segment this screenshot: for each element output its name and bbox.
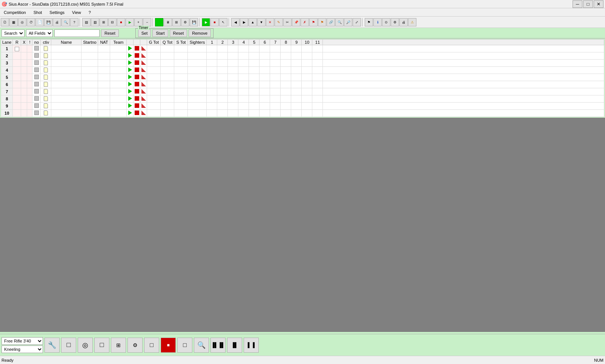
preset2-select[interactable]: Kneeling Standing Prone xyxy=(2,346,43,353)
cell-total[interactable] xyxy=(161,45,174,52)
cell-total[interactable] xyxy=(188,52,207,60)
cell-no[interactable] xyxy=(32,52,41,60)
cell-shot[interactable] xyxy=(207,45,217,52)
search-input[interactable] xyxy=(54,29,100,37)
cell-shot[interactable] xyxy=(302,88,312,95)
cell-diag-btn[interactable] xyxy=(140,88,147,95)
cell-stop-btn[interactable] xyxy=(134,74,140,81)
cell-shot[interactable] xyxy=(291,74,302,81)
cell-nat[interactable] xyxy=(98,95,110,103)
cell-total[interactable] xyxy=(174,74,188,81)
cell-play-btn[interactable] xyxy=(127,74,134,81)
cell-shot[interactable] xyxy=(238,60,249,67)
cell-shot[interactable] xyxy=(249,52,260,60)
cell-shot[interactable] xyxy=(302,103,312,110)
tb-cursor-icon[interactable]: ↖ xyxy=(219,18,227,26)
cell-shot[interactable] xyxy=(249,45,260,52)
cell-shot[interactable] xyxy=(302,67,312,74)
cell-play-btn[interactable] xyxy=(127,88,134,95)
tb-monitor-icon[interactable]: 🖥 xyxy=(164,18,172,26)
cell-shot[interactable] xyxy=(249,110,260,117)
cell-shot[interactable] xyxy=(281,110,291,117)
cell-shot[interactable] xyxy=(312,81,323,88)
cell-play-btn[interactable] xyxy=(127,95,134,103)
cell-shot[interactable] xyxy=(281,81,291,88)
cell-shot[interactable] xyxy=(291,67,302,74)
tb-minus-icon[interactable]: − xyxy=(143,18,151,26)
btm-btn7[interactable]: □ xyxy=(144,338,159,353)
cell-shot[interactable] xyxy=(270,60,281,67)
cell-shot[interactable] xyxy=(302,81,312,88)
tb-arr-down-icon[interactable]: ▼ xyxy=(257,18,266,26)
minimize-button[interactable]: ─ xyxy=(573,0,582,8)
btm-btn5[interactable]: ⊞ xyxy=(111,338,126,353)
cell-stop-btn[interactable] xyxy=(134,45,140,52)
cell-total[interactable] xyxy=(161,81,174,88)
cell-shot[interactable] xyxy=(260,81,270,88)
cell-no[interactable] xyxy=(32,95,41,103)
tb-save-icon[interactable]: 💾 xyxy=(44,18,52,26)
cell-shot[interactable] xyxy=(207,67,217,74)
cell-shot[interactable] xyxy=(291,110,302,117)
cell-shot[interactable] xyxy=(228,88,238,95)
timer-reset-button[interactable]: Reset xyxy=(170,29,187,37)
cell-r[interactable] xyxy=(13,60,21,67)
cell-shot[interactable] xyxy=(238,67,249,74)
tb-timer-icon[interactable]: ⏱ xyxy=(27,18,35,26)
cell-shot[interactable] xyxy=(228,110,238,117)
cell-total[interactable] xyxy=(174,67,188,74)
tb-link-icon[interactable]: 🔗 xyxy=(327,18,335,26)
cell-shot[interactable] xyxy=(238,52,249,60)
cell-shot[interactable] xyxy=(249,88,260,95)
cell-shot[interactable] xyxy=(302,60,312,67)
cell-shot[interactable] xyxy=(238,45,249,52)
cell-shot[interactable] xyxy=(228,95,238,103)
cell-play-btn[interactable] xyxy=(127,52,134,60)
cell-ctiv[interactable] xyxy=(41,95,51,103)
tb-circle-icon[interactable]: ◎ xyxy=(18,18,26,26)
cell-no[interactable] xyxy=(32,88,41,95)
cell-ctiv[interactable] xyxy=(41,88,51,95)
cell-shot[interactable] xyxy=(249,60,260,67)
cell-shot[interactable] xyxy=(270,95,281,103)
btm-btn4[interactable]: □ xyxy=(94,338,109,353)
cell-nat[interactable] xyxy=(98,74,110,81)
cell-startno[interactable] xyxy=(81,88,98,95)
cell-shot[interactable] xyxy=(291,60,302,67)
cell-total[interactable] xyxy=(188,60,207,67)
cell-stop-btn[interactable] xyxy=(134,88,140,95)
tb-move-icon[interactable]: ⤢ xyxy=(353,18,361,26)
cell-shot[interactable] xyxy=(260,45,270,52)
cell-shot[interactable] xyxy=(291,95,302,103)
cell-shot[interactable] xyxy=(228,60,238,67)
cell-nat[interactable] xyxy=(98,81,110,88)
cell-shot[interactable] xyxy=(281,67,291,74)
cell-startno[interactable] xyxy=(81,81,98,88)
tb-flag1-icon[interactable]: ⚑ xyxy=(309,18,318,26)
cell-startno[interactable] xyxy=(81,45,98,52)
cell-total[interactable] xyxy=(161,103,174,110)
menu-shot[interactable]: Shot xyxy=(31,9,45,15)
cell-nat[interactable] xyxy=(98,110,110,117)
cell-shot[interactable] xyxy=(291,81,302,88)
cell-total[interactable] xyxy=(161,67,174,74)
cell-total[interactable] xyxy=(188,67,207,74)
cell-shot[interactable] xyxy=(217,88,228,95)
cell-shot[interactable] xyxy=(270,74,281,81)
cell-total[interactable] xyxy=(147,45,161,52)
cell-team[interactable] xyxy=(110,81,127,88)
cell-play-btn[interactable] xyxy=(127,81,134,88)
cell-shot[interactable] xyxy=(217,103,228,110)
cell-shot[interactable] xyxy=(312,110,323,117)
cell-shot[interactable] xyxy=(238,110,249,117)
cell-no[interactable] xyxy=(32,110,41,117)
cell-total[interactable] xyxy=(174,81,188,88)
tb-grid3-icon[interactable]: ⊞ xyxy=(172,18,181,26)
tb-select4-icon[interactable]: ⊟ xyxy=(108,18,117,26)
cell-shot[interactable] xyxy=(228,103,238,110)
cell-total[interactable] xyxy=(161,60,174,67)
cell-play-btn[interactable] xyxy=(127,45,134,52)
cell-shot[interactable] xyxy=(291,52,302,60)
cell-shot[interactable] xyxy=(207,103,217,110)
btm-btn1[interactable]: 🔧 xyxy=(45,338,60,353)
